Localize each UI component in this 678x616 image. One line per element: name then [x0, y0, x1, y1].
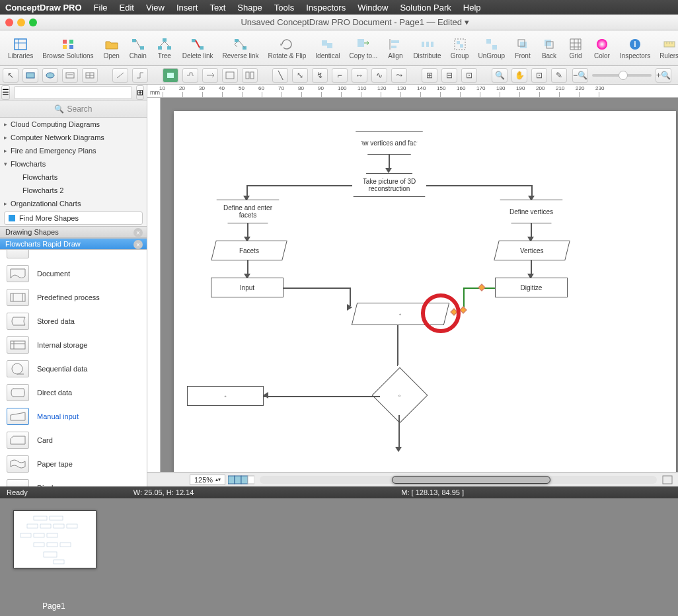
node-decision[interactable]: ◦: [372, 367, 428, 424]
tree-item-flowcharts-2[interactable]: Flowcharts 2: [0, 184, 147, 197]
toolbar-color[interactable]: Color: [589, 32, 615, 65]
snap-tool-1[interactable]: ⊞: [422, 68, 437, 83]
hand-tool[interactable]: ✋: [511, 68, 527, 83]
menu-view[interactable]: View: [146, 3, 165, 13]
line-tool-6[interactable]: ∿: [371, 68, 387, 83]
find-more-shapes[interactable]: Find More Shapes: [4, 212, 143, 225]
tree-item-org[interactable]: ▸Organizational Charts: [0, 197, 147, 210]
zoom-out-button[interactable]: −🔍: [572, 68, 588, 83]
sidebar-list-view-button[interactable]: ☰: [1, 85, 10, 100]
rapid-draw-1[interactable]: [163, 68, 178, 83]
tree-item-fire[interactable]: ▸Fire and Emergency Plans: [0, 144, 147, 157]
canvas[interactable]: Draw vertices and facets Take picture of…: [161, 98, 678, 472]
sidebar-filter-input[interactable]: [14, 86, 132, 99]
menu-tools[interactable]: Tools: [274, 3, 294, 13]
node-define-enter-facets[interactable]: Define and enter facets: [212, 200, 283, 223]
node-facets[interactable]: Facets: [211, 241, 287, 260]
toolbar-copy-to[interactable]: Copy to...: [346, 32, 382, 65]
toolbar-libraries[interactable]: Libraries: [4, 32, 37, 65]
page-nav-icons[interactable]: [228, 475, 254, 484]
tree-item-flowcharts[interactable]: ▾Flowcharts: [0, 157, 147, 171]
pointer-tool[interactable]: ↖: [3, 68, 19, 83]
zoom-slider[interactable]: [592, 74, 652, 77]
line-tool-5[interactable]: ↔: [352, 68, 367, 83]
shape-predefined-process[interactable]: Predefined process: [0, 286, 147, 309]
close-icon[interactable]: ×: [133, 240, 143, 249]
shape-direct-data[interactable]: Direct data: [0, 381, 147, 404]
rapid-draw-4[interactable]: [222, 68, 238, 83]
shape-document[interactable]: Document: [0, 262, 147, 286]
rapid-draw-3[interactable]: [202, 68, 218, 83]
shape-display[interactable]: Display: [0, 476, 147, 486]
connector-tool-2[interactable]: [132, 68, 148, 83]
close-window-button[interactable]: [5, 19, 13, 26]
menu-shape[interactable]: Shape: [237, 3, 262, 13]
menu-inspectors[interactable]: Inspectors: [306, 3, 346, 13]
toolbar-rulers[interactable]: Rulers: [656, 32, 678, 65]
lib-bar-drawing-shapes[interactable]: Drawing Shapes×: [0, 226, 147, 238]
zoom-value[interactable]: 125% ▴▾: [190, 475, 225, 485]
node-empty-rect[interactable]: ◦: [187, 386, 264, 406]
node-digitize[interactable]: Digitize: [495, 278, 568, 297]
close-icon[interactable]: ×: [133, 228, 143, 237]
crop-tool[interactable]: ⊡: [531, 68, 547, 83]
fit-to-window-button[interactable]: [662, 475, 673, 484]
shape-item[interactable]: [0, 250, 147, 262]
text-tool[interactable]: [62, 68, 78, 83]
tree-item-network[interactable]: ▸Computer Network Diagrams: [0, 131, 147, 144]
tree-item-flowcharts-1[interactable]: Flowcharts: [0, 171, 147, 184]
horizontal-scrollbar[interactable]: [260, 476, 657, 484]
eyedropper-tool[interactable]: ✎: [551, 68, 567, 83]
lib-bar-flowcharts-rapid[interactable]: Flowcharts Rapid Draw×: [0, 238, 147, 250]
menu-file[interactable]: File: [94, 3, 108, 13]
ellipse-tool[interactable]: [42, 68, 58, 83]
zoom-tool[interactable]: 🔍: [492, 68, 508, 83]
toolbar-chain[interactable]: Chain: [126, 32, 151, 65]
toolbar-front[interactable]: Front: [510, 32, 535, 65]
menu-text[interactable]: Text: [209, 3, 225, 13]
shape-paper-tape[interactable]: Paper tape: [0, 452, 147, 476]
zoom-window-button[interactable]: [29, 19, 37, 26]
snap-tool-2[interactable]: ⊟: [441, 68, 457, 83]
toolbar-rotate-flip[interactable]: Rotate & Flip: [264, 32, 311, 65]
line-tool-2[interactable]: ⤡: [292, 68, 308, 83]
toolbar-browse-solutions[interactable]: Browse Solutions: [38, 32, 97, 65]
toolbar-open[interactable]: Open: [99, 32, 124, 65]
line-tool-3[interactable]: ↯: [312, 68, 328, 83]
line-tool-1[interactable]: ╲: [272, 68, 288, 83]
page[interactable]: Draw vertices and facets Take picture of…: [174, 111, 676, 472]
toolbar-back[interactable]: Back: [537, 32, 562, 65]
shape-card[interactable]: Card: [0, 428, 147, 452]
node-draw-vertices[interactable]: Draw vertices and facets: [351, 131, 428, 155]
table-tool[interactable]: [82, 68, 98, 83]
connector-tool-1[interactable]: [112, 68, 128, 83]
menu-insert[interactable]: Insert: [176, 3, 198, 13]
tree-item-cloud[interactable]: ▸Cloud Computing Diagrams: [0, 118, 147, 131]
sidebar-grid-view-button[interactable]: ⊞: [136, 85, 144, 100]
toolbar-inspectors[interactable]: iInspectors: [616, 32, 654, 65]
toolbar-group[interactable]: Group: [447, 32, 473, 65]
node-take-picture[interactable]: Take picture of 3D reconstruction: [348, 173, 430, 197]
minimize-window-button[interactable]: [17, 19, 25, 26]
menu-solution-park[interactable]: Solution Park: [400, 3, 451, 13]
rapid-draw-5[interactable]: [242, 68, 258, 83]
shape-stored-data[interactable]: Stored data: [0, 309, 147, 333]
menu-edit[interactable]: Edit: [120, 3, 134, 13]
line-tool-4[interactable]: ⌐: [332, 68, 348, 83]
rect-tool[interactable]: [22, 68, 38, 83]
sidebar-search[interactable]: 🔍 Search: [0, 100, 147, 118]
snap-tool-3[interactable]: ⊡: [461, 68, 477, 83]
toolbar-distribute[interactable]: Distribute: [409, 32, 445, 65]
toolbar-delete-link[interactable]: Delete link: [178, 32, 217, 65]
rapid-draw-2[interactable]: [182, 68, 198, 83]
toolbar-identical[interactable]: Identical: [311, 32, 344, 65]
node-input[interactable]: Input: [211, 278, 283, 297]
menu-window[interactable]: Window: [358, 3, 388, 13]
shape-sequential-data[interactable]: Sequential data: [0, 357, 147, 381]
toolbar-grid[interactable]: Grid: [563, 32, 588, 65]
menu-help[interactable]: Help: [463, 3, 481, 13]
toolbar-ungroup[interactable]: UnGroup: [474, 32, 509, 65]
toolbar-tree[interactable]: Tree: [152, 32, 177, 65]
line-tool-7[interactable]: ⤳: [391, 68, 407, 83]
app-name[interactable]: ConceptDraw PRO: [5, 3, 82, 13]
